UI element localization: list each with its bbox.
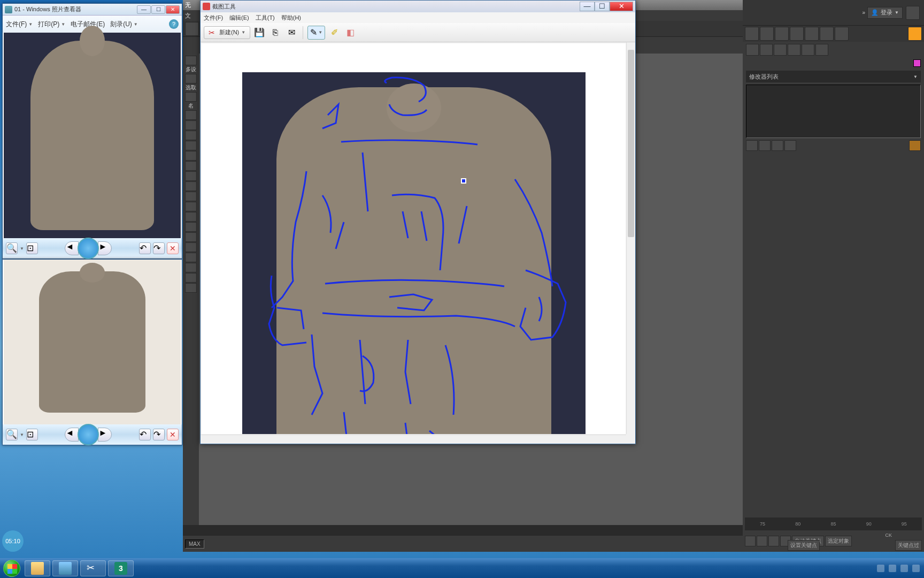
next-image-button[interactable]: ► <box>98 428 112 442</box>
create-tab[interactable] <box>746 44 759 56</box>
actual-size-button[interactable]: ⊡ <box>26 429 38 440</box>
motion-tab[interactable] <box>788 44 800 56</box>
edit-menu[interactable]: 编辑(E) <box>229 14 249 22</box>
tool-button[interactable] <box>185 92 197 102</box>
zoom-button[interactable]: 🔍 <box>6 429 18 440</box>
goto-start-button[interactable] <box>745 536 756 546</box>
toolbar-button[interactable] <box>908 27 922 41</box>
tray-icon[interactable] <box>877 565 884 572</box>
tool-button[interactable] <box>185 141 197 150</box>
pv1-image-viewport[interactable] <box>4 33 181 238</box>
tray-icon[interactable] <box>900 565 908 572</box>
pv1-titlebar[interactable]: 01 - Windows 照片查看器 — ☐ ✕ <box>3 4 182 16</box>
prev-image-button[interactable]: ◄ <box>65 241 79 255</box>
menu-item[interactable]: 文 <box>185 12 191 20</box>
file-menu[interactable]: 文件(F) <box>204 14 223 22</box>
actual-size-button[interactable]: ⊡ <box>26 242 38 254</box>
delete-button[interactable]: ✕ <box>167 429 179 440</box>
toolbar-button[interactable] <box>775 27 789 41</box>
save-button[interactable]: 💾 <box>252 26 266 40</box>
toolbar-button[interactable] <box>805 27 819 41</box>
modify-tab[interactable] <box>760 44 773 56</box>
remove-modifier-button[interactable] <box>784 140 796 151</box>
minimize-button[interactable]: — <box>137 5 151 14</box>
maximize-button[interactable]: ☐ <box>595 2 610 11</box>
setkey-button[interactable]: 设置关键点 <box>788 540 820 551</box>
modifier-stack[interactable] <box>746 85 921 138</box>
tool-button[interactable] <box>185 283 197 293</box>
tool-button[interactable] <box>185 110 197 120</box>
modifier-list-dropdown[interactable]: 修改器列表 ▼ <box>746 71 921 82</box>
utilities-tab[interactable] <box>815 44 828 56</box>
copy-button[interactable]: ⎘ <box>268 26 282 40</box>
minimize-button[interactable]: — <box>580 2 595 11</box>
help-menu[interactable]: 帮助(H) <box>281 14 301 22</box>
hierarchy-tab[interactable] <box>774 44 787 56</box>
help-button[interactable]: ? <box>169 19 179 29</box>
snip-canvas[interactable] <box>202 43 626 434</box>
toolbar-button[interactable] <box>745 27 759 41</box>
rotate-ccw-button[interactable]: ↶ <box>139 242 151 254</box>
burn-menu[interactable]: 刻录(U)▼ <box>110 20 138 29</box>
tool-button[interactable] <box>185 192 197 201</box>
prev-image-button[interactable]: ◄ <box>65 428 79 442</box>
rotate-cw-button[interactable]: ↷ <box>153 429 165 440</box>
next-image-button[interactable]: ► <box>98 241 112 255</box>
tool-button[interactable] <box>185 242 197 252</box>
rotate-cw-button[interactable]: ↷ <box>153 242 165 254</box>
tray-icon[interactable] <box>912 565 920 572</box>
start-button[interactable] <box>0 558 24 578</box>
highlighter-button[interactable]: ✐ <box>327 26 341 40</box>
maximize-button[interactable]: ☐ <box>151 5 165 14</box>
help-button[interactable] <box>906 6 920 20</box>
tool-button[interactable] <box>185 161 197 171</box>
pen-tool-button[interactable]: ✎ ▼ <box>307 26 325 40</box>
tool-button[interactable] <box>185 253 197 262</box>
play-button[interactable] <box>768 536 779 546</box>
tool-button[interactable] <box>185 232 197 242</box>
slideshow-button[interactable] <box>78 424 99 445</box>
keyfilter-button[interactable]: 关键点过 <box>895 540 922 551</box>
vertical-scrollbar[interactable] <box>626 42 635 434</box>
rollout-area[interactable] <box>746 182 921 504</box>
pin-stack-button[interactable] <box>746 140 758 151</box>
eraser-button[interactable]: ◧ <box>343 26 357 40</box>
selected-object-label[interactable]: 选定对象 <box>825 536 852 546</box>
pv2-image-viewport[interactable] <box>4 260 181 424</box>
tool-button[interactable] <box>185 202 197 211</box>
display-tab[interactable] <box>802 44 814 56</box>
configure-sets-button[interactable] <box>909 140 921 151</box>
chevron-down-icon[interactable]: ▼ <box>20 246 24 251</box>
tool-button[interactable] <box>185 171 197 181</box>
horizontal-scrollbar[interactable] <box>201 435 626 444</box>
make-unique-button[interactable] <box>772 140 783 151</box>
delete-button[interactable]: ✕ <box>167 242 179 254</box>
tools-menu[interactable]: 工具(T) <box>256 14 275 22</box>
chevron-right-icon[interactable]: » <box>863 10 865 16</box>
show-end-result-button[interactable] <box>759 140 771 151</box>
prev-frame-button[interactable] <box>757 536 767 546</box>
tool-button[interactable] <box>185 151 197 161</box>
toolbar-button[interactable] <box>760 27 774 41</box>
close-button[interactable]: ✕ <box>610 2 633 11</box>
slideshow-button[interactable] <box>78 238 99 259</box>
rotate-ccw-button[interactable]: ↶ <box>139 429 151 440</box>
tool-button[interactable] <box>185 222 197 232</box>
tool-button[interactable] <box>185 120 197 130</box>
zoom-button[interactable]: 🔍 <box>6 242 18 254</box>
toolbar-button[interactable] <box>820 27 834 41</box>
tool-button[interactable] <box>185 273 197 283</box>
toolbar-button[interactable] <box>185 22 199 36</box>
snip-titlebar[interactable]: 截图工具 — ☐ ✕ <box>201 1 635 12</box>
tray-icon[interactable] <box>889 565 896 572</box>
mail-button[interactable]: ✉ <box>284 26 298 40</box>
taskbar-explorer[interactable] <box>25 560 50 576</box>
login-button[interactable]: 👤 登录 ▼ <box>867 7 903 19</box>
tool-button[interactable] <box>185 131 197 140</box>
toolbar-button[interactable] <box>835 27 849 41</box>
tool-button[interactable] <box>185 56 197 65</box>
close-button[interactable]: ✕ <box>166 5 180 14</box>
file-menu[interactable]: 文件(F)▼ <box>6 20 33 29</box>
taskbar-3dsmax[interactable]: 3 <box>108 560 134 576</box>
tool-button[interactable] <box>185 181 197 191</box>
